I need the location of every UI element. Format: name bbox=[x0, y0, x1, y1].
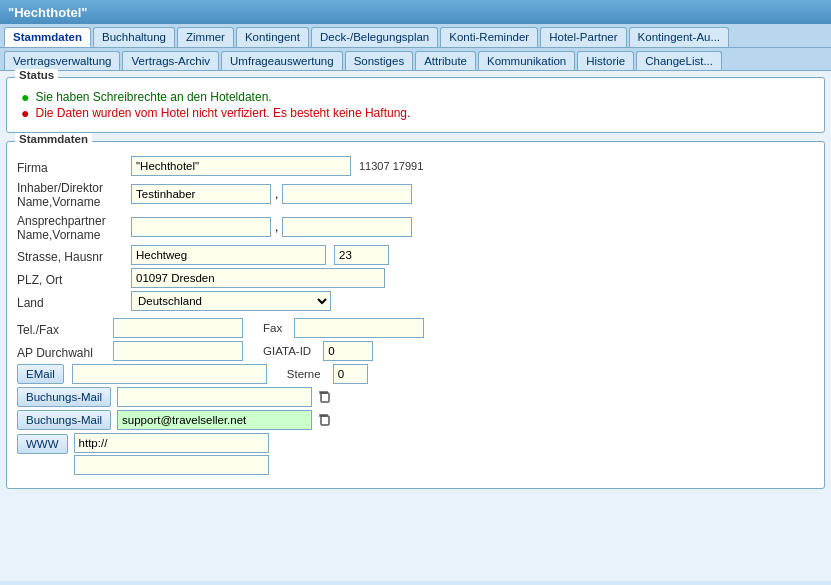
www-row: WWW bbox=[17, 433, 814, 475]
buchungsmail1-row: Buchungs-Mail bbox=[17, 387, 814, 407]
status-legend: Status bbox=[15, 69, 58, 81]
plz-ort-input[interactable] bbox=[131, 268, 385, 288]
giata-label: GIATA-ID bbox=[263, 345, 311, 357]
buchungsmail1-input[interactable] bbox=[117, 387, 312, 407]
tab-zimmer[interactable]: Zimmer bbox=[177, 27, 234, 47]
tab-sonstiges[interactable]: Sonstiges bbox=[345, 51, 414, 70]
ansprechpartner-lastname-input[interactable] bbox=[282, 217, 412, 237]
ansprechpartner-firstname-input[interactable] bbox=[131, 217, 271, 237]
buchungsmail2-input[interactable] bbox=[117, 410, 312, 430]
inhaber-firstname-input[interactable] bbox=[131, 184, 271, 204]
fax-group: Fax bbox=[263, 318, 424, 338]
giata-input[interactable] bbox=[323, 341, 373, 361]
status-list: ● Sie haben Schreibrechte an den Hotelda… bbox=[17, 90, 814, 120]
ansprechpartner-label-text: Ansprechpartner bbox=[17, 214, 106, 228]
strasse-input[interactable] bbox=[131, 245, 326, 265]
tab-row-1: Stammdaten Buchhaltung Zimmer Kontingent… bbox=[0, 24, 831, 48]
ap-group: AP Durchwahl bbox=[17, 341, 243, 361]
copy-icon-1[interactable] bbox=[316, 388, 334, 406]
status-section: Status ● Sie haben Schreibrechte an den … bbox=[6, 77, 825, 133]
status-item-red: ● Die Daten wurden vom Hotel nicht verfi… bbox=[21, 106, 814, 120]
land-label: Land bbox=[17, 292, 127, 310]
sterne-group: Sterne bbox=[287, 364, 368, 384]
green-dot-icon: ● bbox=[21, 90, 29, 104]
tab-stammdaten[interactable]: Stammdaten bbox=[4, 27, 91, 47]
ansprechpartner-sublabel: Name,Vorname bbox=[17, 228, 100, 242]
strasse-row: Strasse, Hausnr bbox=[17, 245, 814, 265]
email-sterne-row: EMail Sterne bbox=[17, 364, 814, 384]
inhaber-separator: , bbox=[275, 187, 278, 201]
firma-ids: 11307 17991 bbox=[359, 160, 423, 172]
tab-changelist[interactable]: ChangeList... bbox=[636, 51, 722, 70]
tab-hotel-partner[interactable]: Hotel-Partner bbox=[540, 27, 626, 47]
email-button[interactable]: EMail bbox=[17, 364, 64, 384]
tel-label: Tel./Fax bbox=[17, 319, 107, 337]
red-dot-icon: ● bbox=[21, 106, 29, 120]
email-input[interactable] bbox=[72, 364, 267, 384]
inhaber-row: Inhaber/Direktor Name,Vorname , bbox=[17, 179, 814, 209]
sterne-input[interactable] bbox=[333, 364, 368, 384]
status-text-write: Sie haben Schreibrechte an den Hoteldate… bbox=[35, 90, 271, 104]
ap-input[interactable] bbox=[113, 341, 243, 361]
content-area: Status ● Sie haben Schreibrechte an den … bbox=[0, 71, 831, 581]
strasse-label: Strasse, Hausnr bbox=[17, 246, 127, 264]
tab-row-2: Vertragsverwaltung Vertrags-Archiv Umfra… bbox=[0, 48, 831, 71]
buchungsmail2-row: Buchungs-Mail bbox=[17, 410, 814, 430]
status-text-unverified: Die Daten wurden vom Hotel nicht verfizi… bbox=[35, 106, 410, 120]
ansprechpartner-row: Ansprechpartner Name,Vorname , bbox=[17, 212, 814, 242]
inhaber-label-text: Inhaber/Direktor bbox=[17, 181, 103, 195]
fax-input[interactable] bbox=[294, 318, 424, 338]
hausnr-input[interactable] bbox=[334, 245, 389, 265]
tel-input[interactable] bbox=[113, 318, 243, 338]
buchungsmail1-button[interactable]: Buchungs-Mail bbox=[17, 387, 111, 407]
svg-rect-1 bbox=[321, 416, 329, 425]
tel-group: Tel./Fax bbox=[17, 318, 243, 338]
tab-kommunikation[interactable]: Kommunikation bbox=[478, 51, 575, 70]
svg-rect-0 bbox=[321, 393, 329, 402]
plz-row: PLZ, Ort bbox=[17, 268, 814, 288]
www-input-line2[interactable] bbox=[74, 455, 269, 475]
ap-giata-row: AP Durchwahl GIATA-ID bbox=[17, 341, 814, 361]
tab-buchhaltung[interactable]: Buchhaltung bbox=[93, 27, 175, 47]
www-input-line1[interactable] bbox=[74, 433, 269, 453]
window-title: "Hechthotel" bbox=[8, 5, 88, 20]
www-input-group bbox=[74, 433, 269, 475]
inhaber-label: Inhaber/Direktor Name,Vorname bbox=[17, 179, 127, 209]
tel-fax-row: Tel./Fax Fax bbox=[17, 318, 814, 338]
tab-deck-belegungsplan[interactable]: Deck-/Belegungsplan bbox=[311, 27, 438, 47]
tab-kontingent-aus[interactable]: Kontingent-Au... bbox=[629, 27, 729, 47]
ansprechpartner-label: Ansprechpartner Name,Vorname bbox=[17, 212, 127, 242]
inhaber-sublabel: Name,Vorname bbox=[17, 195, 100, 209]
stammdaten-section: Stammdaten Firma 11307 17991 Inhaber/Dir… bbox=[6, 141, 825, 489]
firma-row: Firma 11307 17991 bbox=[17, 156, 814, 176]
tab-attribute[interactable]: Attribute bbox=[415, 51, 476, 70]
copy-icon-2[interactable] bbox=[316, 411, 334, 429]
land-row: Land Deutschland bbox=[17, 291, 814, 311]
www-button[interactable]: WWW bbox=[17, 434, 68, 454]
ap-label: AP Durchwahl bbox=[17, 342, 107, 360]
tab-umfrageauswertung[interactable]: Umfrageauswertung bbox=[221, 51, 343, 70]
firma-label: Firma bbox=[17, 157, 127, 175]
fax-label: Fax bbox=[263, 322, 282, 334]
tab-historie[interactable]: Historie bbox=[577, 51, 634, 70]
tab-kontingent[interactable]: Kontingent bbox=[236, 27, 309, 47]
giata-group: GIATA-ID bbox=[263, 341, 373, 361]
ansprechpartner-separator: , bbox=[275, 220, 278, 234]
plz-label: PLZ, Ort bbox=[17, 269, 127, 287]
tab-konti-reminder[interactable]: Konti-Reminder bbox=[440, 27, 538, 47]
sterne-label: Sterne bbox=[287, 368, 321, 380]
tab-vertrags-archiv[interactable]: Vertrags-Archiv bbox=[122, 51, 219, 70]
firma-id2: 17991 bbox=[393, 160, 424, 172]
email-group: EMail bbox=[17, 364, 267, 384]
status-item-green: ● Sie haben Schreibrechte an den Hotelda… bbox=[21, 90, 814, 104]
firma-id1: 11307 bbox=[359, 160, 390, 172]
title-bar: "Hechthotel" bbox=[0, 0, 831, 24]
firma-input[interactable] bbox=[131, 156, 351, 176]
firma-input-group: 11307 17991 bbox=[131, 156, 423, 176]
inhaber-lastname-input[interactable] bbox=[282, 184, 412, 204]
tab-vertragsverwaltung[interactable]: Vertragsverwaltung bbox=[4, 51, 120, 70]
land-select[interactable]: Deutschland bbox=[131, 291, 331, 311]
stammdaten-legend: Stammdaten bbox=[15, 133, 92, 145]
buchungsmail2-button[interactable]: Buchungs-Mail bbox=[17, 410, 111, 430]
